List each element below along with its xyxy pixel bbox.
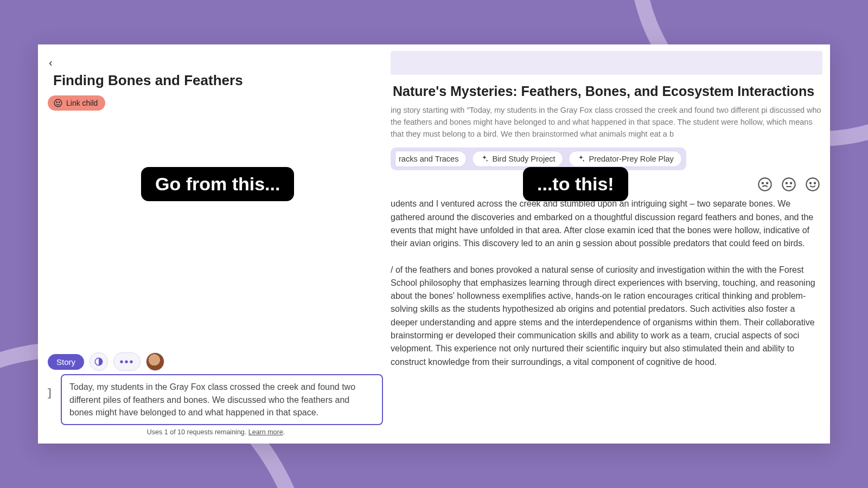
contrast-icon <box>94 357 104 367</box>
svg-point-2 <box>59 102 60 103</box>
suggestion-pill[interactable]: racks and Traces <box>395 151 467 167</box>
right-panel: Nature's Mysteries: Feathers, Bones, and… <box>391 44 830 444</box>
story-input[interactable]: ] Today, my students in the Gray Fox cla… <box>61 374 383 425</box>
svg-point-12 <box>810 183 811 184</box>
callout-before: Go from this... <box>141 167 294 201</box>
generated-paragraph: / of the feathers and bones provoked a n… <box>391 264 822 369</box>
theme-toggle-button[interactable] <box>90 352 108 371</box>
svg-point-0 <box>54 99 62 107</box>
story-input-text: Today, my students in the Gray Fox class… <box>69 382 355 416</box>
sparkle-icon <box>480 155 489 163</box>
svg-point-9 <box>790 183 792 184</box>
left-panel: ‹ Finding Bones and Feathers Link child … <box>38 44 391 444</box>
svg-point-5 <box>762 183 763 184</box>
svg-point-1 <box>56 102 58 103</box>
svg-point-13 <box>814 183 815 184</box>
user-avatar[interactable] <box>146 352 164 371</box>
callout-after: ...to this! <box>523 167 628 201</box>
more-options-button[interactable]: ••• <box>113 352 141 371</box>
comparison-card: ‹ Finding Bones and Feathers Link child … <box>38 44 830 444</box>
svg-point-6 <box>767 183 768 184</box>
back-icon[interactable]: ‹ <box>49 56 384 69</box>
usage-remaining: Uses 1 of 10 requests remaining. Learn m… <box>48 428 384 436</box>
feedback-happy-icon[interactable] <box>805 177 820 192</box>
feedback-neutral-icon[interactable] <box>781 177 796 192</box>
generation-prompt-preview: ing story starting with "Today, my stude… <box>391 105 822 140</box>
suggestion-pill[interactable]: Bird Study Project <box>472 151 563 167</box>
generated-body: udents and I ventured across the creek a… <box>391 197 822 369</box>
story-tab-button[interactable]: Story <box>48 354 84 370</box>
link-child-button[interactable]: Link child <box>48 95 105 111</box>
feedback-sad-icon[interactable] <box>757 177 773 192</box>
svg-point-4 <box>758 178 771 191</box>
sparkle-icon <box>577 155 585 163</box>
svg-point-11 <box>806 178 819 191</box>
editor-toolbar: Story ••• <box>48 352 384 371</box>
face-icon <box>53 98 63 108</box>
draft-title: Finding Bones and Feathers <box>53 72 384 89</box>
generated-title: Nature's Mysteries: Feathers, Bones, and… <box>393 84 822 99</box>
suggestion-pill[interactable]: Predator-Prey Role Play <box>569 151 681 167</box>
svg-point-7 <box>782 178 795 191</box>
learn-more-link[interactable]: Learn more <box>248 428 283 436</box>
svg-point-8 <box>786 183 787 184</box>
link-child-label: Link child <box>66 99 98 107</box>
expand-icon[interactable]: ] <box>48 385 52 401</box>
right-header-placeholder <box>391 51 822 75</box>
generated-paragraph: udents and I ventured across the creek a… <box>391 197 822 250</box>
